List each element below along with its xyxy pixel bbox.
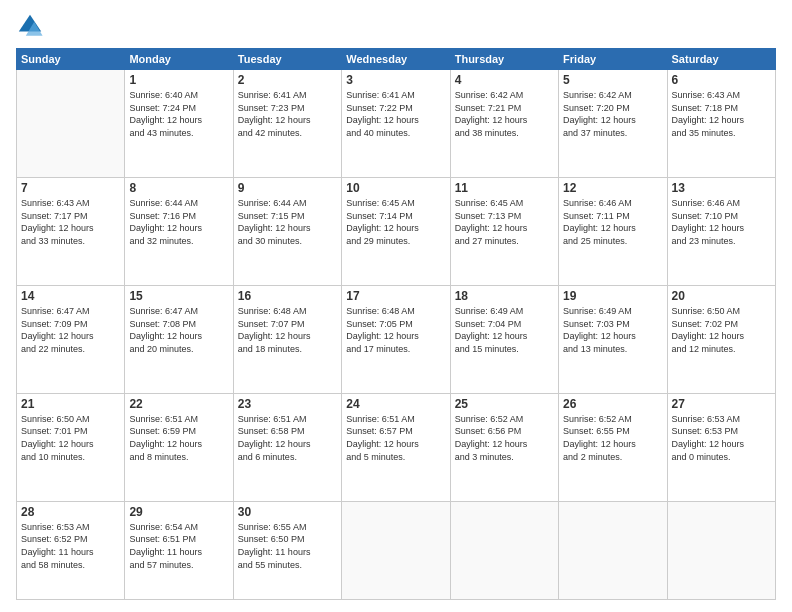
calendar-cell: 30Sunrise: 6:55 AM Sunset: 6:50 PM Dayli… [233, 501, 341, 599]
calendar-cell: 4Sunrise: 6:42 AM Sunset: 7:21 PM Daylig… [450, 70, 558, 178]
day-detail: Sunrise: 6:45 AM Sunset: 7:14 PM Dayligh… [346, 197, 445, 247]
calendar-cell: 13Sunrise: 6:46 AM Sunset: 7:10 PM Dayli… [667, 177, 775, 285]
day-detail: Sunrise: 6:41 AM Sunset: 7:22 PM Dayligh… [346, 89, 445, 139]
col-header-tuesday: Tuesday [233, 49, 341, 70]
week-row-0: 1Sunrise: 6:40 AM Sunset: 7:24 PM Daylig… [17, 70, 776, 178]
calendar-cell: 6Sunrise: 6:43 AM Sunset: 7:18 PM Daylig… [667, 70, 775, 178]
calendar-cell: 15Sunrise: 6:47 AM Sunset: 7:08 PM Dayli… [125, 285, 233, 393]
day-detail: Sunrise: 6:48 AM Sunset: 7:07 PM Dayligh… [238, 305, 337, 355]
calendar-cell: 17Sunrise: 6:48 AM Sunset: 7:05 PM Dayli… [342, 285, 450, 393]
calendar-cell [450, 501, 558, 599]
day-detail: Sunrise: 6:51 AM Sunset: 6:58 PM Dayligh… [238, 413, 337, 463]
day-detail: Sunrise: 6:47 AM Sunset: 7:08 PM Dayligh… [129, 305, 228, 355]
day-number: 25 [455, 397, 554, 411]
day-detail: Sunrise: 6:55 AM Sunset: 6:50 PM Dayligh… [238, 521, 337, 571]
calendar-cell: 14Sunrise: 6:47 AM Sunset: 7:09 PM Dayli… [17, 285, 125, 393]
week-row-1: 7Sunrise: 6:43 AM Sunset: 7:17 PM Daylig… [17, 177, 776, 285]
logo-icon [16, 12, 44, 40]
day-detail: Sunrise: 6:46 AM Sunset: 7:10 PM Dayligh… [672, 197, 771, 247]
day-detail: Sunrise: 6:48 AM Sunset: 7:05 PM Dayligh… [346, 305, 445, 355]
day-detail: Sunrise: 6:51 AM Sunset: 6:57 PM Dayligh… [346, 413, 445, 463]
calendar-cell: 28Sunrise: 6:53 AM Sunset: 6:52 PM Dayli… [17, 501, 125, 599]
day-detail: Sunrise: 6:54 AM Sunset: 6:51 PM Dayligh… [129, 521, 228, 571]
day-detail: Sunrise: 6:49 AM Sunset: 7:04 PM Dayligh… [455, 305, 554, 355]
col-header-friday: Friday [559, 49, 667, 70]
day-number: 9 [238, 181, 337, 195]
col-header-thursday: Thursday [450, 49, 558, 70]
calendar-table: SundayMondayTuesdayWednesdayThursdayFrid… [16, 48, 776, 600]
day-number: 10 [346, 181, 445, 195]
calendar-cell: 9Sunrise: 6:44 AM Sunset: 7:15 PM Daylig… [233, 177, 341, 285]
calendar-cell: 11Sunrise: 6:45 AM Sunset: 7:13 PM Dayli… [450, 177, 558, 285]
day-detail: Sunrise: 6:52 AM Sunset: 6:56 PM Dayligh… [455, 413, 554, 463]
day-number: 8 [129, 181, 228, 195]
calendar-cell: 3Sunrise: 6:41 AM Sunset: 7:22 PM Daylig… [342, 70, 450, 178]
day-number: 15 [129, 289, 228, 303]
calendar-cell [342, 501, 450, 599]
calendar-cell: 26Sunrise: 6:52 AM Sunset: 6:55 PM Dayli… [559, 393, 667, 501]
day-number: 22 [129, 397, 228, 411]
day-number: 16 [238, 289, 337, 303]
day-detail: Sunrise: 6:50 AM Sunset: 7:01 PM Dayligh… [21, 413, 120, 463]
day-number: 13 [672, 181, 771, 195]
calendar-header-row: SundayMondayTuesdayWednesdayThursdayFrid… [17, 49, 776, 70]
day-detail: Sunrise: 6:53 AM Sunset: 6:52 PM Dayligh… [21, 521, 120, 571]
logo [16, 12, 48, 40]
day-detail: Sunrise: 6:43 AM Sunset: 7:17 PM Dayligh… [21, 197, 120, 247]
calendar-cell: 19Sunrise: 6:49 AM Sunset: 7:03 PM Dayli… [559, 285, 667, 393]
day-detail: Sunrise: 6:44 AM Sunset: 7:15 PM Dayligh… [238, 197, 337, 247]
day-number: 7 [21, 181, 120, 195]
day-detail: Sunrise: 6:50 AM Sunset: 7:02 PM Dayligh… [672, 305, 771, 355]
day-number: 17 [346, 289, 445, 303]
day-number: 14 [21, 289, 120, 303]
day-number: 12 [563, 181, 662, 195]
col-header-monday: Monday [125, 49, 233, 70]
col-header-saturday: Saturday [667, 49, 775, 70]
calendar-cell [17, 70, 125, 178]
calendar-cell: 27Sunrise: 6:53 AM Sunset: 6:53 PM Dayli… [667, 393, 775, 501]
calendar-cell: 7Sunrise: 6:43 AM Sunset: 7:17 PM Daylig… [17, 177, 125, 285]
day-detail: Sunrise: 6:44 AM Sunset: 7:16 PM Dayligh… [129, 197, 228, 247]
calendar-cell: 12Sunrise: 6:46 AM Sunset: 7:11 PM Dayli… [559, 177, 667, 285]
calendar-cell: 16Sunrise: 6:48 AM Sunset: 7:07 PM Dayli… [233, 285, 341, 393]
calendar-cell: 18Sunrise: 6:49 AM Sunset: 7:04 PM Dayli… [450, 285, 558, 393]
day-detail: Sunrise: 6:43 AM Sunset: 7:18 PM Dayligh… [672, 89, 771, 139]
day-detail: Sunrise: 6:42 AM Sunset: 7:21 PM Dayligh… [455, 89, 554, 139]
day-number: 3 [346, 73, 445, 87]
day-number: 23 [238, 397, 337, 411]
day-number: 26 [563, 397, 662, 411]
day-detail: Sunrise: 6:42 AM Sunset: 7:20 PM Dayligh… [563, 89, 662, 139]
day-detail: Sunrise: 6:52 AM Sunset: 6:55 PM Dayligh… [563, 413, 662, 463]
calendar-cell: 5Sunrise: 6:42 AM Sunset: 7:20 PM Daylig… [559, 70, 667, 178]
day-number: 24 [346, 397, 445, 411]
day-number: 6 [672, 73, 771, 87]
day-detail: Sunrise: 6:47 AM Sunset: 7:09 PM Dayligh… [21, 305, 120, 355]
calendar-cell: 2Sunrise: 6:41 AM Sunset: 7:23 PM Daylig… [233, 70, 341, 178]
calendar-cell: 25Sunrise: 6:52 AM Sunset: 6:56 PM Dayli… [450, 393, 558, 501]
day-detail: Sunrise: 6:53 AM Sunset: 6:53 PM Dayligh… [672, 413, 771, 463]
calendar-cell: 10Sunrise: 6:45 AM Sunset: 7:14 PM Dayli… [342, 177, 450, 285]
calendar-cell: 23Sunrise: 6:51 AM Sunset: 6:58 PM Dayli… [233, 393, 341, 501]
day-number: 2 [238, 73, 337, 87]
day-detail: Sunrise: 6:41 AM Sunset: 7:23 PM Dayligh… [238, 89, 337, 139]
page: SundayMondayTuesdayWednesdayThursdayFrid… [0, 0, 792, 612]
day-number: 19 [563, 289, 662, 303]
week-row-4: 28Sunrise: 6:53 AM Sunset: 6:52 PM Dayli… [17, 501, 776, 599]
week-row-3: 21Sunrise: 6:50 AM Sunset: 7:01 PM Dayli… [17, 393, 776, 501]
day-number: 30 [238, 505, 337, 519]
day-detail: Sunrise: 6:49 AM Sunset: 7:03 PM Dayligh… [563, 305, 662, 355]
calendar-cell [667, 501, 775, 599]
day-number: 21 [21, 397, 120, 411]
day-detail: Sunrise: 6:45 AM Sunset: 7:13 PM Dayligh… [455, 197, 554, 247]
day-number: 5 [563, 73, 662, 87]
day-number: 29 [129, 505, 228, 519]
calendar-cell: 21Sunrise: 6:50 AM Sunset: 7:01 PM Dayli… [17, 393, 125, 501]
day-number: 11 [455, 181, 554, 195]
day-detail: Sunrise: 6:40 AM Sunset: 7:24 PM Dayligh… [129, 89, 228, 139]
day-number: 1 [129, 73, 228, 87]
week-row-2: 14Sunrise: 6:47 AM Sunset: 7:09 PM Dayli… [17, 285, 776, 393]
day-number: 27 [672, 397, 771, 411]
day-number: 28 [21, 505, 120, 519]
day-number: 18 [455, 289, 554, 303]
calendar-cell: 24Sunrise: 6:51 AM Sunset: 6:57 PM Dayli… [342, 393, 450, 501]
